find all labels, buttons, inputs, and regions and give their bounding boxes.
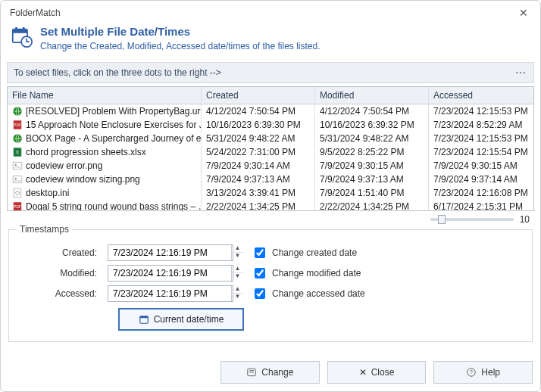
table-row[interactable]: desktop.ini3/13/2024 3:39:41 PM7/9/2024 … bbox=[8, 186, 533, 200]
file-modified: 7/9/2024 9:37:13 AM bbox=[315, 173, 429, 186]
modified-label: Modified: bbox=[20, 268, 108, 278]
svg-point-14 bbox=[15, 178, 17, 179]
file-modified: 2/22/2024 1:34:25 PM bbox=[315, 200, 429, 210]
chk-accessed[interactable] bbox=[255, 288, 265, 299]
file-accessed: 7/23/2024 8:52:29 AM bbox=[429, 118, 533, 132]
col-modified[interactable]: Modified bbox=[315, 87, 429, 104]
spin-down-icon[interactable]: ▼ bbox=[232, 273, 243, 281]
chk-modified[interactable] bbox=[255, 268, 265, 278]
file-name: chord progression sheets.xlsx bbox=[26, 147, 146, 157]
page-subtitle: Change the Created, Modified, Accessed d… bbox=[40, 41, 321, 51]
calendar-icon bbox=[139, 314, 149, 325]
created-datetime[interactable]: ▲▼ bbox=[108, 244, 233, 261]
change-button[interactable]: Change bbox=[220, 361, 320, 384]
current-datetime-label: Current date/time bbox=[154, 314, 224, 325]
accessed-datetime[interactable]: ▲▼ bbox=[108, 285, 233, 302]
file-created: 7/9/2024 9:30:14 AM bbox=[202, 159, 315, 173]
file-name: Dogal 5 string round wound bass strings … bbox=[26, 201, 202, 210]
file-modified: 7/9/2024 9:30:15 AM bbox=[315, 159, 429, 173]
close-button[interactable]: ✕ Close bbox=[327, 361, 427, 384]
file-name: codeview window sizing.png bbox=[26, 174, 140, 185]
file-created: 4/12/2024 7:50:54 PM bbox=[202, 104, 315, 118]
close-label: Close bbox=[371, 367, 395, 378]
chk-created-label: Change created date bbox=[272, 247, 357, 258]
created-label: Created: bbox=[20, 247, 108, 258]
select-files-hint: To select files, click on the three dots… bbox=[14, 67, 221, 78]
svg-text:?: ? bbox=[470, 369, 473, 375]
svg-text:PDF: PDF bbox=[14, 205, 20, 209]
zoom-value: 10 bbox=[520, 214, 530, 225]
app-title: FolderMatch bbox=[10, 8, 61, 18]
spin-down-icon[interactable]: ▼ bbox=[232, 253, 243, 260]
accessed-label: Accessed: bbox=[20, 288, 108, 299]
file-modified: 10/16/2023 6:39:32 PM bbox=[315, 118, 429, 132]
svg-rect-2 bbox=[15, 27, 17, 31]
col-created[interactable]: Created bbox=[202, 87, 315, 104]
file-accessed: 6/17/2024 2:15:31 PM bbox=[429, 200, 533, 210]
accessed-input[interactable] bbox=[108, 286, 231, 301]
file-modified: 9/5/2022 8:25:22 PM bbox=[315, 145, 429, 159]
file-accessed: 7/23/2024 12:15:54 PM bbox=[429, 145, 533, 159]
close-icon[interactable]: ✕ bbox=[514, 5, 533, 20]
file-modified: 4/12/2024 7:50:54 PM bbox=[315, 104, 429, 118]
table-row[interactable]: codeview window sizing.png7/9/2024 9:37:… bbox=[8, 173, 533, 186]
svg-rect-20 bbox=[139, 316, 148, 318]
file-created: 10/16/2023 6:39:30 PM bbox=[202, 118, 315, 132]
svg-rect-1 bbox=[13, 30, 27, 33]
col-filename[interactable]: File Name bbox=[8, 87, 202, 104]
chk-created[interactable] bbox=[255, 247, 265, 258]
current-datetime-button[interactable]: Current date/time bbox=[118, 308, 244, 331]
grid-header: File Name Created Modified Accessed bbox=[8, 87, 533, 104]
image-icon bbox=[12, 160, 23, 171]
table-row[interactable]: codeview error.png7/9/2024 9:30:14 AM7/9… bbox=[8, 159, 533, 173]
group-legend: Timestamps bbox=[17, 224, 72, 235]
svg-point-12 bbox=[15, 164, 17, 166]
file-accessed: 7/23/2024 12:16:08 PM bbox=[429, 186, 533, 200]
select-files-button[interactable]: ⋯ bbox=[515, 67, 527, 79]
file-accessed: 7/9/2024 9:37:14 AM bbox=[429, 173, 533, 186]
file-created: 7/9/2024 9:37:13 AM bbox=[202, 173, 315, 186]
modified-input[interactable] bbox=[108, 266, 231, 281]
timestamps-group: Timestamps Created: ▲▼ Change created da… bbox=[8, 229, 533, 342]
table-row[interactable]: PDFDogal 5 string round wound bass strin… bbox=[8, 200, 533, 210]
file-name: [RESOLVED] Problem With PropertyBag.url bbox=[26, 106, 202, 117]
help-label: Help bbox=[481, 367, 500, 378]
file-grid: File Name Created Modified Accessed [RES… bbox=[7, 86, 534, 211]
file-created: 5/24/2022 7:31:00 PM bbox=[202, 145, 315, 159]
file-name: BOOX Page - A Supercharged Journey of e… bbox=[26, 133, 202, 144]
file-modified: 7/9/2024 1:51:40 PM bbox=[315, 186, 429, 200]
file-name: codeview error.png bbox=[26, 160, 102, 171]
page-title: Set Multiple File Date/Times bbox=[40, 25, 321, 38]
chk-accessed-label: Change accessed date bbox=[272, 288, 365, 299]
table-row[interactable]: Xchord progression sheets.xlsx5/24/2022 … bbox=[8, 145, 533, 159]
chk-modified-label: Change modified date bbox=[272, 268, 361, 278]
file-modified: 5/31/2024 9:48:22 AM bbox=[315, 132, 429, 145]
col-accessed[interactable]: Accessed bbox=[429, 87, 533, 104]
file-created: 2/22/2024 1:34:25 PM bbox=[202, 200, 315, 210]
table-row[interactable]: [RESOLVED] Problem With PropertyBag.url4… bbox=[8, 104, 533, 118]
help-icon: ? bbox=[466, 367, 477, 378]
svg-text:PDF: PDF bbox=[14, 123, 20, 127]
file-accessed: 7/23/2024 12:15:53 PM bbox=[429, 104, 533, 118]
table-row[interactable]: PDF15 Approach Note Enclosure Exercises … bbox=[8, 118, 533, 132]
file-name: desktop.ini bbox=[26, 188, 69, 198]
file-accessed: 7/9/2024 9:30:15 AM bbox=[429, 159, 533, 173]
pdf-icon: PDF bbox=[12, 201, 23, 210]
file-name: 15 Approach Note Enclosure Exercises for… bbox=[26, 120, 202, 130]
zoom-slider[interactable] bbox=[430, 218, 514, 221]
svg-rect-3 bbox=[23, 27, 25, 31]
spin-down-icon[interactable]: ▼ bbox=[232, 294, 243, 301]
svg-text:X: X bbox=[16, 150, 19, 154]
help-button[interactable]: ? Help bbox=[433, 361, 533, 384]
file-created: 3/13/2024 3:39:41 PM bbox=[202, 186, 315, 200]
created-input[interactable] bbox=[108, 245, 231, 260]
file-accessed: 7/23/2024 12:15:53 PM bbox=[429, 132, 533, 145]
pdf-icon: PDF bbox=[12, 120, 23, 130]
file-created: 5/31/2024 9:48:22 AM bbox=[202, 132, 315, 145]
url-icon bbox=[12, 133, 23, 144]
change-label: Change bbox=[261, 367, 293, 378]
table-row[interactable]: BOOX Page - A Supercharged Journey of e…… bbox=[8, 132, 533, 145]
x-icon: ✕ bbox=[359, 367, 367, 378]
modified-datetime[interactable]: ▲▼ bbox=[108, 265, 233, 282]
xlsx-icon: X bbox=[12, 147, 23, 157]
